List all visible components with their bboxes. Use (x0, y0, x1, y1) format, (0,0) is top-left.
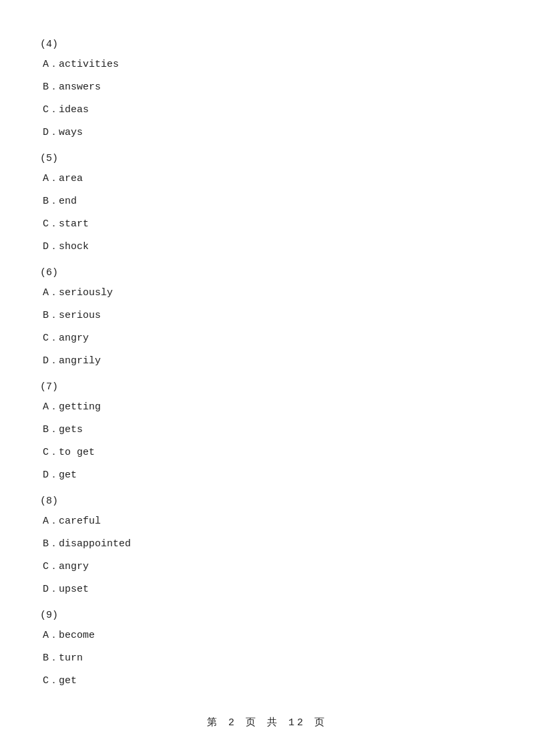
option-q8-3[interactable]: D．upset (40, 582, 494, 598)
option-q6-3[interactable]: D．angrily (40, 353, 494, 369)
option-q8-1[interactable]: B．disappointed (40, 536, 494, 552)
questions-container: (4)A．activitiesB．answersC．ideasD．ways(5)… (40, 39, 494, 689)
option-q9-0[interactable]: A．become (40, 628, 494, 644)
option-q6-0[interactable]: A．seriously (40, 285, 494, 301)
question-number-q9: (9) (40, 610, 494, 621)
option-q7-2[interactable]: C．to get (40, 445, 494, 461)
option-q6-1[interactable]: B．serious (40, 308, 494, 324)
option-q4-2[interactable]: C．ideas (40, 102, 494, 118)
option-q5-2[interactable]: C．start (40, 216, 494, 232)
option-q8-2[interactable]: C．angry (40, 559, 494, 575)
option-q5-1[interactable]: B．end (40, 194, 494, 210)
option-q5-0[interactable]: A．area (40, 171, 494, 187)
option-q4-1[interactable]: B．answers (40, 79, 494, 96)
option-q4-3[interactable]: D．ways (40, 125, 494, 141)
question-number-q5: (5) (40, 153, 494, 164)
option-q9-2[interactable]: C．get (40, 673, 494, 689)
option-q7-1[interactable]: B．gets (40, 422, 494, 438)
option-q7-0[interactable]: A．getting (40, 399, 494, 415)
option-q7-3[interactable]: D．get (40, 467, 494, 484)
option-q8-0[interactable]: A．careful (40, 514, 494, 530)
option-q6-2[interactable]: C．angry (40, 331, 494, 347)
question-number-q7: (7) (40, 381, 494, 393)
option-q9-1[interactable]: B．turn (40, 650, 494, 667)
question-number-q6: (6) (40, 267, 494, 278)
question-number-q8: (8) (40, 496, 494, 507)
question-number-q4: (4) (40, 39, 494, 50)
option-q4-0[interactable]: A．activities (40, 57, 494, 73)
page-footer: 第 2 页 共 12 页 (40, 716, 494, 729)
option-q5-3[interactable]: D．shock (40, 239, 494, 255)
